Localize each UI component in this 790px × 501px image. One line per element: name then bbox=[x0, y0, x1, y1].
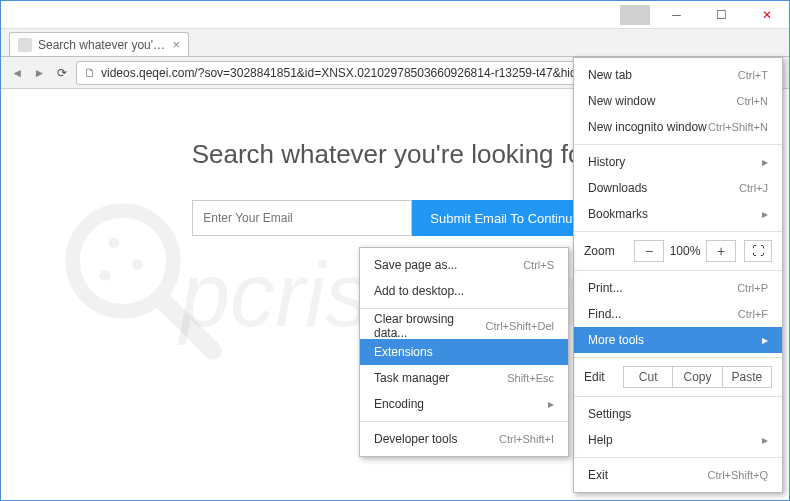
menu-separator bbox=[360, 308, 568, 309]
favicon-icon bbox=[18, 38, 32, 52]
copy-button[interactable]: Copy bbox=[672, 366, 722, 388]
menu-edit: Edit Cut Copy Paste bbox=[574, 362, 782, 392]
menu-new-window[interactable]: New windowCtrl+N bbox=[574, 88, 782, 114]
menu-separator bbox=[574, 357, 782, 358]
menu-print[interactable]: Print...Ctrl+P bbox=[574, 275, 782, 301]
maximize-button[interactable]: ☐ bbox=[699, 1, 744, 29]
paste-button[interactable]: Paste bbox=[722, 366, 772, 388]
menu-exit[interactable]: ExitCtrl+Shift+Q bbox=[574, 462, 782, 488]
menu-separator bbox=[574, 144, 782, 145]
menu-separator bbox=[574, 396, 782, 397]
more-tools-submenu: Save page as...Ctrl+S Add to desktop... … bbox=[359, 247, 569, 457]
zoom-in-button[interactable]: + bbox=[706, 240, 736, 262]
browser-tab[interactable]: Search whatever you're loo × bbox=[9, 32, 189, 56]
menu-settings[interactable]: Settings bbox=[574, 401, 782, 427]
email-input[interactable] bbox=[192, 200, 412, 236]
edit-label: Edit bbox=[584, 370, 624, 384]
svg-point-4 bbox=[100, 270, 111, 281]
tab-bar: Search whatever you're loo × bbox=[1, 29, 789, 57]
back-button[interactable]: ◄ bbox=[9, 60, 25, 86]
tab-close-icon[interactable]: × bbox=[172, 37, 180, 52]
main-menu: New tabCtrl+T New windowCtrl+N New incog… bbox=[573, 57, 783, 493]
fullscreen-button[interactable]: ⛶ bbox=[744, 240, 772, 262]
svg-point-2 bbox=[109, 238, 120, 249]
svg-line-1 bbox=[163, 301, 213, 351]
submenu-devtools[interactable]: Developer toolsCtrl+Shift+I bbox=[360, 426, 568, 452]
tab-title: Search whatever you're loo bbox=[38, 38, 166, 52]
menu-new-tab[interactable]: New tabCtrl+T bbox=[574, 62, 782, 88]
zoom-out-button[interactable]: − bbox=[634, 240, 664, 262]
user-icon[interactable] bbox=[620, 5, 650, 25]
menu-help[interactable]: Help▸ bbox=[574, 427, 782, 453]
menu-downloads[interactable]: DownloadsCtrl+J bbox=[574, 175, 782, 201]
menu-more-tools[interactable]: More tools▸ bbox=[574, 327, 782, 353]
zoom-value: 100% bbox=[664, 244, 706, 258]
page-icon: 🗋 bbox=[83, 66, 97, 80]
submenu-extensions[interactable]: Extensions bbox=[360, 339, 568, 365]
page-heading: Search whatever you're looking for! bbox=[192, 139, 599, 170]
menu-find[interactable]: Find...Ctrl+F bbox=[574, 301, 782, 327]
zoom-label: Zoom bbox=[584, 244, 634, 258]
reload-button[interactable]: ⟳ bbox=[54, 60, 70, 86]
minimize-button[interactable]: ─ bbox=[654, 1, 699, 29]
menu-incognito[interactable]: New incognito windowCtrl+Shift+N bbox=[574, 114, 782, 140]
menu-bookmarks[interactable]: Bookmarks▸ bbox=[574, 201, 782, 227]
submenu-task-manager[interactable]: Task managerShift+Esc bbox=[360, 365, 568, 391]
svg-point-3 bbox=[132, 259, 143, 270]
menu-separator bbox=[574, 231, 782, 232]
submenu-encoding[interactable]: Encoding▸ bbox=[360, 391, 568, 417]
submenu-add-desktop[interactable]: Add to desktop... bbox=[360, 278, 568, 304]
submenu-clear-browsing[interactable]: Clear browsing data...Ctrl+Shift+Del bbox=[360, 313, 568, 339]
submenu-save-page[interactable]: Save page as...Ctrl+S bbox=[360, 252, 568, 278]
menu-separator bbox=[574, 270, 782, 271]
forward-button: ► bbox=[31, 60, 47, 86]
menu-zoom: Zoom − 100% + ⛶ bbox=[574, 236, 782, 266]
menu-history[interactable]: History▸ bbox=[574, 149, 782, 175]
window-titlebar: ─ ☐ ✕ bbox=[1, 1, 789, 29]
email-form: Submit Email To Continue bbox=[192, 200, 597, 236]
submit-button[interactable]: Submit Email To Continue bbox=[412, 200, 597, 236]
cut-button[interactable]: Cut bbox=[623, 366, 673, 388]
menu-separator bbox=[574, 457, 782, 458]
menu-separator bbox=[360, 421, 568, 422]
close-button[interactable]: ✕ bbox=[744, 1, 789, 29]
svg-point-0 bbox=[73, 211, 174, 312]
